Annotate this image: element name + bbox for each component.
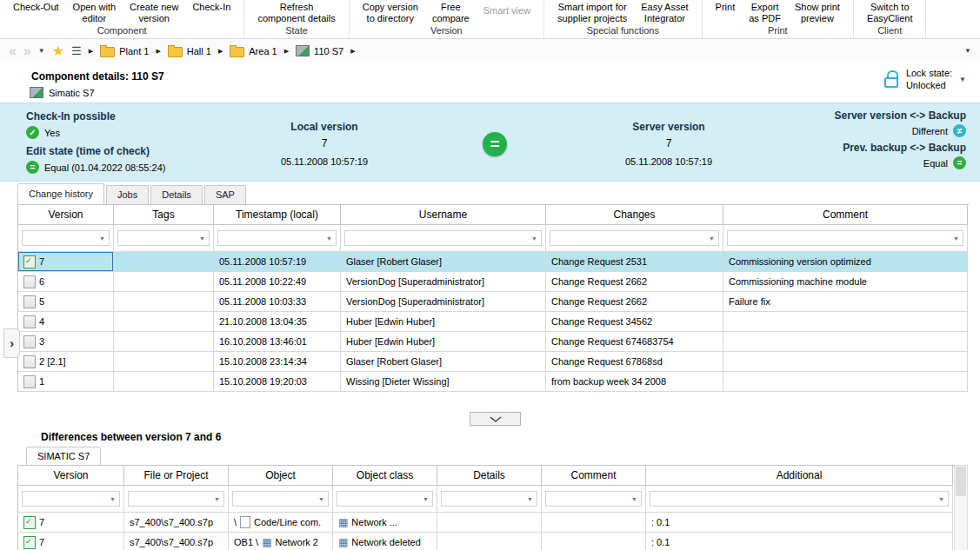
lock-state-dropdown-icon[interactable]: ▼	[959, 76, 966, 83]
column-header-version[interactable]: Version	[18, 205, 114, 225]
code-line-icon	[240, 516, 250, 528]
filter-comment[interactable]: ▼	[545, 491, 642, 507]
table-filter-row: ▼ ▼ ▼ ▼ ▼ ▼ ▼	[18, 486, 954, 513]
lock-state-control[interactable]: Lock state: Unlocked ▼	[883, 67, 966, 92]
tab-details[interactable]: Details	[150, 185, 203, 204]
server-version-timestamp: 05.11.2008 10:57:19	[590, 156, 747, 167]
equal-circle-icon: =	[953, 156, 966, 169]
scrollbar-thumb[interactable]	[956, 467, 966, 496]
filter-comment[interactable]: ▼	[727, 230, 963, 246]
favorite-star-icon[interactable]: ★	[52, 44, 64, 58]
table-row[interactable]: 7 05.11.2008 10:57:19 Glaser [Robert Gla…	[18, 252, 969, 272]
column-header-object[interactable]: Object	[229, 466, 333, 486]
server-backup-compare-value: Different	[912, 126, 948, 136]
breadcrumb-item-component[interactable]: 110 S7	[296, 45, 343, 56]
filter-timestamp[interactable]: ▼	[217, 230, 337, 246]
breadcrumb-label: Plant 1	[119, 46, 149, 56]
breadcrumb-item-area[interactable]: Area 1	[230, 45, 277, 57]
chevron-down-icon	[490, 416, 502, 422]
tab-jobs[interactable]: Jobs	[106, 185, 149, 204]
page-title: Component details: 110 S7	[31, 70, 164, 83]
breadcrumb-item-hall[interactable]: Hall 1	[168, 45, 211, 57]
column-header-comment[interactable]: Comment	[542, 466, 646, 486]
filter-object-class[interactable]: ▼	[337, 491, 433, 507]
create-new-version-button[interactable]: Create new version	[123, 1, 184, 25]
table-row[interactable]: 6 05.11.2008 10:22:49 VersionDog [Supera…	[18, 272, 969, 292]
smart-view-button[interactable]: Smart view	[477, 4, 537, 17]
column-header-username[interactable]: Username	[341, 205, 546, 225]
table-row[interactable]: 7 s7_400\s7_400.s7p OB1 \▦Network 2 ▦Net…	[18, 533, 954, 550]
breadcrumb-separator-icon: ▶	[350, 48, 355, 55]
filter-version[interactable]: ▼	[22, 491, 120, 507]
export-as-pdf-button[interactable]: Export as PDF	[743, 1, 787, 25]
breadcrumb-label: Hall 1	[187, 46, 211, 56]
table-header-row: Version File or Project Object Object cl…	[18, 466, 954, 486]
table-row[interactable]: 2 [2.1] 15.10.2008 23:14:34 Glaser [Robe…	[18, 352, 969, 372]
refresh-component-details-button[interactable]: Refresh component details	[251, 1, 341, 25]
local-version-label: Local version	[246, 121, 403, 133]
tab-sap[interactable]: SAP	[204, 185, 246, 204]
column-header-tags[interactable]: Tags	[114, 205, 214, 225]
vertical-scrollbar[interactable]	[954, 465, 968, 550]
column-header-details[interactable]: Details	[437, 466, 542, 486]
tree-view-icon[interactable]: ☰	[71, 45, 82, 56]
version-doc-icon	[23, 516, 36, 529]
table-row[interactable]: 4 21.10.2008 13:04:35 Huber [Edwin Huber…	[18, 312, 969, 332]
table-row[interactable]: 5 05.11.2008 10:03:33 VersionDog [Supera…	[18, 292, 969, 312]
column-header-file[interactable]: File or Project	[124, 466, 229, 486]
version-doc-icon	[23, 295, 36, 308]
breadcrumb-separator-icon: ▶	[89, 48, 93, 55]
smart-import-button[interactable]: Smart import for supplier projects	[551, 1, 633, 25]
copy-version-to-directory-button[interactable]: Copy version to directory	[357, 1, 424, 25]
filter-version[interactable]: ▼	[22, 230, 110, 246]
nav-history-dropdown-icon[interactable]: ▼	[38, 47, 45, 55]
check-out-button[interactable]: Check-Out	[7, 1, 65, 14]
print-button[interactable]: Print	[710, 1, 742, 14]
collapse-differences-button[interactable]	[470, 412, 521, 426]
ribbon-group-label-client: Client	[856, 25, 924, 38]
version-doc-icon	[23, 375, 36, 388]
filter-file[interactable]: ▼	[128, 491, 224, 507]
filter-object[interactable]: ▼	[232, 491, 329, 507]
open-with-editor-button[interactable]: Open with editor	[67, 1, 123, 25]
show-print-preview-button[interactable]: Show print preview	[789, 1, 846, 25]
filter-tags[interactable]: ▼	[117, 230, 210, 246]
not-equal-circle-icon: ≠	[953, 124, 966, 137]
filter-changes[interactable]: ▼	[550, 230, 719, 246]
table-row[interactable]: 1 15.10.2008 19:20:03 Wissing [Dieter Wi…	[18, 372, 969, 392]
expand-side-panel-button[interactable]: ›	[3, 328, 20, 358]
checkin-possible-value: Yes	[44, 128, 60, 138]
column-header-additional[interactable]: Additional	[646, 466, 953, 486]
version-doc-icon	[23, 275, 36, 288]
local-version-number: 7	[246, 137, 403, 149]
check-in-button[interactable]: Check-In	[186, 1, 237, 14]
table-row[interactable]: 3 16.10.2008 13:46:01 Huber [Edwin Huber…	[18, 332, 969, 352]
breadcrumb-item-plant[interactable]: Plant 1	[100, 45, 149, 57]
ribbon-group-client: Switch to EasyClient Client	[854, 0, 927, 38]
column-header-object-class[interactable]: Object class	[333, 466, 437, 486]
component-type-label: Simatic S7	[49, 88, 95, 98]
switch-to-easyclient-button[interactable]: Switch to EasyClient	[861, 1, 919, 25]
filter-details[interactable]: ▼	[441, 491, 537, 507]
tab-change-history[interactable]: Change history	[17, 183, 104, 204]
table-row[interactable]: 7 s7_400\s7_400.s7p \Code/Line com. ▦Net…	[18, 513, 954, 533]
column-header-timestamp[interactable]: Timestamp (local)	[214, 205, 341, 225]
tab-simatic-s7[interactable]: SIMATIC S7	[26, 447, 101, 465]
folder-icon	[168, 47, 183, 57]
nav-forward-icon[interactable]: »	[23, 44, 31, 58]
filter-username[interactable]: ▼	[344, 230, 542, 246]
free-compare-button[interactable]: Free compare	[426, 1, 476, 25]
checkin-status-panel: Check-In possible ✓ Yes Edit state (time…	[0, 103, 980, 182]
version-doc-icon	[23, 335, 36, 348]
breadcrumb-dropdown-icon[interactable]: ▼	[964, 47, 971, 55]
column-header-changes[interactable]: Changes	[546, 205, 723, 225]
component-icon	[296, 45, 310, 56]
column-header-version[interactable]: Version	[18, 466, 124, 486]
ribbon-group-version: Copy version to directory Free compare S…	[350, 0, 544, 38]
filter-additional[interactable]: ▼	[650, 491, 949, 507]
easy-asset-integrator-button[interactable]: Easy Asset Integrator	[635, 1, 694, 25]
column-header-comment[interactable]: Comment	[723, 205, 968, 225]
nav-back-icon[interactable]: «	[9, 44, 17, 58]
network-grid-icon: ▦	[338, 517, 348, 527]
version-doc-icon	[23, 536, 36, 549]
